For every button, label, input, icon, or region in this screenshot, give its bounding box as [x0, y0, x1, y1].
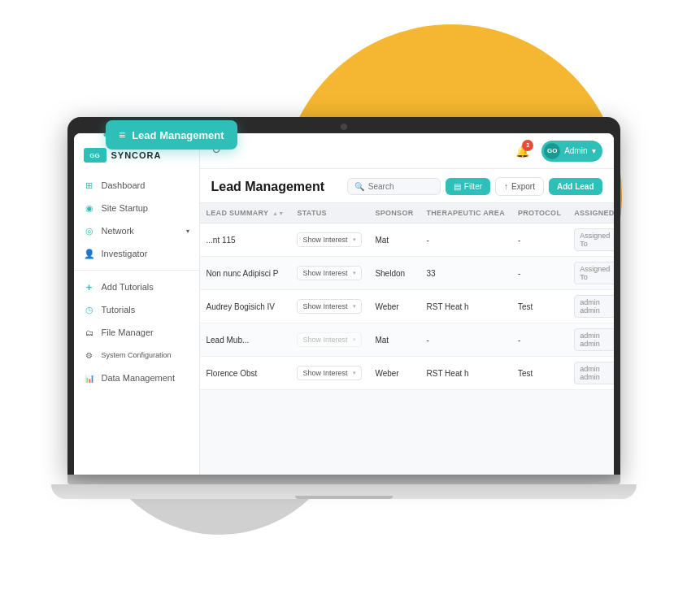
assign-dropdown[interactable]: admin admin ▾	[574, 295, 613, 318]
cell-protocol: -	[511, 257, 567, 290]
add-tutorials-icon: +	[84, 281, 95, 293]
sidebar-item-label: Investigator	[102, 249, 148, 258]
sidebar-item-add-tutorials[interactable]: + Add Tutorials	[74, 275, 199, 298]
cell-status: Show Interest ▾	[290, 257, 368, 290]
sidebar-item-file-manager[interactable]: 🗂 File Manager	[74, 321, 199, 344]
leads-table: LEAD SUMMARY ▲▼ STATUS SPONSOR	[200, 203, 614, 390]
col-sponsor: SPONSOR	[368, 203, 420, 223]
cell-assigned: admin admin ▾	[567, 323, 613, 357]
filter-icon: ▤	[454, 182, 461, 191]
admin-button[interactable]: GO Admin ▾	[541, 141, 602, 162]
cell-sponsor: Mat	[368, 223, 420, 257]
search-input[interactable]	[368, 182, 433, 191]
cell-therapeutic: -	[420, 223, 511, 257]
table-row: Non nunc Adipisci P Show Interest ▾ Shel…	[200, 257, 614, 290]
sidebar-item-label: Tutorials	[102, 305, 136, 315]
col-label: ASSIGNED TO	[574, 209, 613, 217]
topbar: ↻ 🔔 3 GO Admin ▾	[200, 133, 614, 169]
add-lead-button[interactable]: Add Lead	[549, 178, 602, 195]
export-icon: ↑	[504, 182, 508, 191]
col-label: SPONSOR	[375, 209, 413, 217]
cell-lead-summary: Audrey Bogisich IV	[200, 290, 291, 323]
col-therapeutic-area: THERAPEUTIC AREA	[420, 203, 511, 223]
assign-dropdown[interactable]: admin admin ▾	[574, 328, 613, 351]
assign-dropdown[interactable]: Assigned To ▾	[574, 262, 613, 284]
sidebar-item-label: Site Startup	[102, 203, 148, 213]
tooltip-label: Lead Management	[132, 129, 224, 141]
sidebar-item-network[interactable]: ◎ Network ▾	[74, 219, 199, 242]
cell-protocol: Test	[511, 290, 567, 323]
table-row: Lead Mub... Show Interest ▾ Sho	[200, 323, 614, 357]
filter-label: Filter	[464, 182, 482, 191]
site-startup-icon: ◉	[84, 202, 95, 214]
sidebar-item-data-management[interactable]: 📊 Data Management	[74, 367, 199, 389]
sidebar: GG SYNCORA ⊞ Dashboard ◉ Site Startup ◎	[74, 133, 200, 475]
status-dropdown[interactable]: Show Interest ▾	[297, 266, 362, 280]
add-lead-label: Add Lead	[557, 182, 594, 191]
sidebar-item-investigator[interactable]: 👤 Investigator	[74, 242, 199, 265]
sidebar-item-label: System Configuration	[102, 351, 172, 359]
assign-value: admin admin	[580, 332, 613, 348]
cell-therapeutic: RST Heat h	[420, 357, 511, 390]
assign-value: Assigned To	[580, 232, 613, 248]
status-value: Show Interest	[302, 269, 347, 277]
export-button[interactable]: ↑ Export	[495, 177, 544, 196]
table-header-row: LEAD SUMMARY ▲▼ STATUS SPONSOR	[200, 203, 614, 223]
network-icon: ◎	[84, 225, 95, 236]
dashboard-icon: ⊞	[84, 180, 95, 191]
chevron-down-icon: ▾	[186, 228, 189, 235]
cell-status: Show Interest ▾ Show Interest ▾	[290, 323, 368, 357]
sidebar-item-dashboard[interactable]: ⊞ Dashboard	[74, 174, 199, 197]
data-management-icon: 📊	[84, 372, 95, 384]
sidebar-item-label: Add Tutorials	[102, 282, 154, 292]
sidebar-item-label: Dashboard	[102, 180, 146, 190]
sidebar-item-label: Network	[102, 226, 134, 236]
search-icon: 🔍	[354, 182, 364, 191]
cell-assigned: admin admin ▾	[567, 290, 613, 323]
cell-lead-summary: Lead Mub...	[200, 323, 291, 357]
assign-dropdown[interactable]: Assigned To ▾	[574, 228, 613, 251]
status-dropdown[interactable]: Show Interest ▾	[297, 299, 362, 314]
admin-chevron-icon: ▾	[592, 146, 596, 155]
notification-badge: 3	[522, 140, 533, 151]
lead-management-tooltip: ≡ Lead Management	[106, 120, 237, 150]
laptop-screen-wrapper: GG SYNCORA ⊞ Dashboard ◉ Site Startup ◎	[67, 117, 620, 475]
cell-status: Show Interest ▾	[290, 357, 368, 390]
main-content: ↻ 🔔 3 GO Admin ▾	[200, 133, 614, 475]
laptop-hinge	[67, 475, 620, 484]
cell-assigned: Assigned To ▾	[567, 223, 613, 257]
sidebar-item-tutorials[interactable]: ◷ Tutorials	[74, 298, 199, 321]
chevron-down-icon: ▾	[353, 336, 356, 343]
col-label: PROTOCOL	[518, 209, 561, 217]
sidebar-item-system-config[interactable]: ⚙ System Configuration	[74, 344, 199, 367]
chevron-down-icon: ▾	[353, 370, 356, 376]
col-assigned-to: ASSIGNED TO	[567, 203, 613, 223]
assign-value: admin admin	[580, 298, 613, 315]
system-config-icon: ⚙	[84, 349, 95, 361]
status-dropdown[interactable]: Show Interest ▾	[297, 366, 362, 380]
sidebar-item-site-startup[interactable]: ◉ Site Startup	[74, 197, 199, 219]
cell-status: Show Interest ▾	[290, 223, 368, 257]
topbar-right: 🔔 3 GO Admin ▾	[511, 140, 602, 163]
notification-bell[interactable]: 🔔 3	[511, 140, 533, 163]
logo-icon: GG	[84, 148, 107, 163]
status-dropdown[interactable]: Show Interest ▾	[297, 332, 362, 347]
investigator-icon: 👤	[84, 248, 95, 259]
cell-assigned: admin admin ▾	[567, 357, 613, 390]
status-value: Show Interest	[302, 369, 347, 377]
cell-assigned: Assigned To ▾	[567, 257, 613, 290]
assign-value: admin admin	[580, 365, 613, 381]
col-label: STATUS	[297, 209, 326, 217]
status-dropdown[interactable]: Show Interest ▾	[297, 232, 362, 247]
filter-button[interactable]: ▤ Filter	[446, 178, 490, 195]
cell-sponsor: Mat	[368, 323, 420, 357]
assign-dropdown[interactable]: admin admin ▾	[574, 362, 613, 384]
page-title: Lead Management	[211, 180, 325, 194]
col-label: LEAD SUMMARY	[207, 209, 269, 217]
logo-text: GG	[89, 152, 99, 159]
status-value: Show Interest	[302, 302, 347, 310]
search-box[interactable]: 🔍	[347, 178, 441, 195]
chevron-down-icon: ▾	[353, 303, 356, 310]
page-actions: 🔍 ▤ Filter ↑ Export	[347, 177, 602, 196]
file-manager-icon: 🗂	[84, 327, 95, 338]
